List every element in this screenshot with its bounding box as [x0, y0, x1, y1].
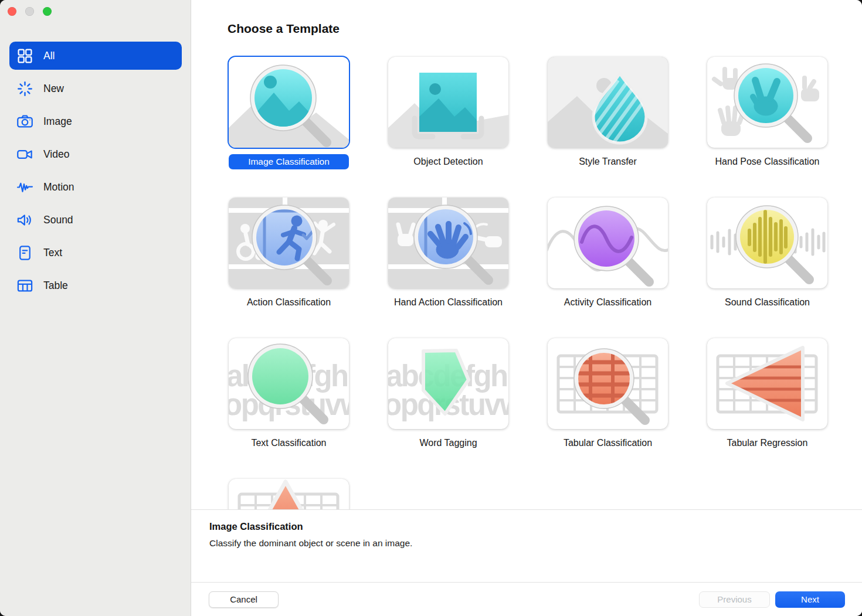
- info-panel: Image Classification Classify the domina…: [191, 509, 862, 582]
- traffic-lights: [8, 7, 52, 16]
- footer-bar: Cancel Previous Next: [191, 582, 862, 616]
- template-card-tabular-regression[interactable]: Tabular Regression: [707, 338, 827, 451]
- table-icon: [15, 276, 34, 295]
- template-label: Hand Pose Classification: [707, 154, 827, 169]
- create-ml-template-chooser-window: All New Image: [0, 0, 862, 616]
- sidebar-item-label: Video: [43, 148, 69, 161]
- sidebar-item-video[interactable]: Video: [9, 140, 182, 168]
- main-panel: Choose a Template Image: [191, 0, 862, 616]
- tabular-classification-icon: [548, 338, 668, 429]
- template-card-sound-classification[interactable]: Sound Classification: [707, 198, 827, 310]
- previous-button[interactable]: Previous: [699, 591, 770, 608]
- template-label: Object Detection: [388, 154, 508, 169]
- sidebar-item-motion[interactable]: Motion: [9, 173, 182, 201]
- template-card-tabular-classification[interactable]: Tabular Classification: [548, 338, 668, 451]
- waveform-icon: [15, 178, 34, 196]
- grid-icon: [15, 46, 34, 65]
- template-card-hand-pose-classification[interactable]: Hand Pose Classification: [707, 57, 827, 169]
- image-classification-icon: [229, 57, 349, 148]
- template-card-hand-action-classification[interactable]: Hand Action Classification: [388, 198, 508, 310]
- info-title: Image Classification: [209, 521, 862, 532]
- template-label: Style Transfer: [548, 154, 668, 169]
- template-label: Hand Action Classification: [388, 295, 508, 310]
- template-label: Word Tagging: [388, 435, 508, 451]
- sidebar-item-label: Sound: [43, 214, 73, 226]
- template-label: Tabular Classification: [548, 435, 668, 451]
- template-card-activity-classification[interactable]: Activity Classification: [548, 198, 668, 310]
- text-classification-icon: abcdefghi opqrstuvw: [229, 338, 349, 429]
- word-tagging-icon: abcdefghi opqrstuvw: [388, 338, 508, 429]
- template-label: Text Classification: [229, 435, 349, 451]
- activity-classification-icon: [548, 198, 668, 288]
- sidebar-item-label: Image: [43, 115, 72, 128]
- template-card-object-detection[interactable]: Object Detection: [388, 57, 508, 169]
- template-label: Tabular Regression: [707, 435, 827, 451]
- sidebar-item-new[interactable]: New: [9, 74, 182, 103]
- template-card-image-classification[interactable]: Image Classification: [229, 57, 349, 169]
- sidebar-item-table[interactable]: Table: [9, 271, 182, 300]
- template-card-word-tagging[interactable]: abcdefghi opqrstuvw Word Tagging: [388, 338, 508, 451]
- next-button[interactable]: Next: [775, 591, 845, 608]
- sidebar-item-label: New: [43, 83, 64, 95]
- action-classification-icon: [229, 198, 349, 288]
- sound-classification-icon: [707, 198, 827, 288]
- template-card-text-classification[interactable]: abcdefghi opqrstuvw Text Classification: [229, 338, 349, 451]
- sparkle-burst-icon: [15, 79, 34, 98]
- close-button[interactable]: [8, 7, 16, 16]
- document-icon: [15, 243, 34, 262]
- tabular-regression-icon: [707, 338, 827, 429]
- sidebar-item-label: Table: [43, 280, 68, 292]
- object-detection-icon: [388, 57, 508, 148]
- hand-pose-classification-icon: [707, 57, 827, 148]
- camera-icon: [15, 112, 34, 131]
- template-label: Sound Classification: [707, 295, 827, 310]
- info-description: Classify the dominant object or scene in…: [209, 538, 862, 549]
- sidebar-item-label: All: [43, 50, 55, 62]
- sidebar-item-text[interactable]: Text: [9, 239, 182, 267]
- minimize-button[interactable]: [25, 7, 34, 16]
- template-grid: Image Classification: [229, 57, 827, 570]
- template-label: Activity Classification: [548, 295, 668, 310]
- sidebar-nav: All New Image: [9, 42, 182, 304]
- style-transfer-icon: [548, 57, 668, 148]
- sidebar-item-sound[interactable]: Sound: [9, 206, 182, 234]
- sidebar-item-label: Text: [43, 247, 62, 259]
- sidebar-item-image[interactable]: Image: [9, 107, 182, 135]
- template-card-style-transfer[interactable]: Style Transfer: [548, 57, 668, 169]
- sidebar-item-all[interactable]: All: [9, 42, 182, 70]
- hand-action-classification-icon: [388, 198, 508, 288]
- cancel-button[interactable]: Cancel: [209, 591, 279, 608]
- sidebar-item-label: Motion: [43, 181, 74, 193]
- speaker-icon: [15, 210, 34, 229]
- video-camera-icon: [15, 145, 34, 164]
- zoom-button[interactable]: [43, 7, 52, 16]
- template-card-action-classification[interactable]: Action Classification: [229, 198, 349, 310]
- page-title: Choose a Template: [228, 22, 340, 36]
- sidebar: All New Image: [0, 0, 191, 616]
- template-label: Image Classification: [229, 154, 349, 169]
- template-label: Action Classification: [229, 295, 349, 310]
